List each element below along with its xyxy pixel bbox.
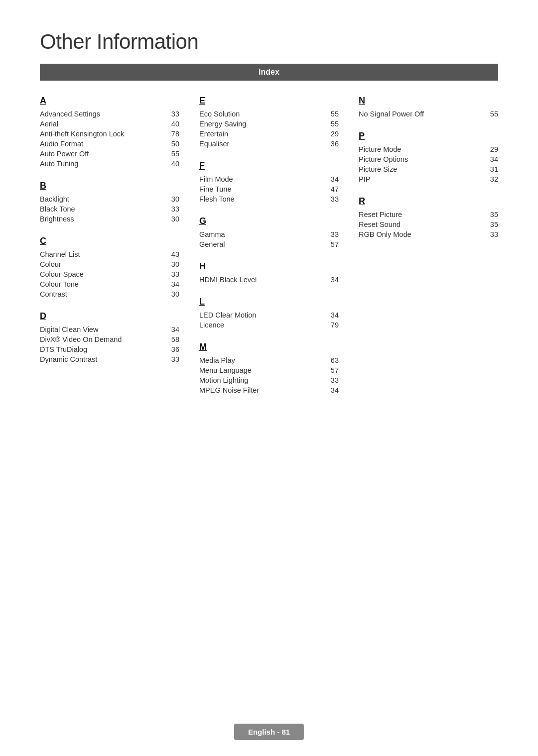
entry-page: 40: [165, 160, 179, 168]
entry-page: 36: [325, 140, 339, 148]
entry-name: Licence: [199, 321, 325, 329]
entry-name: Auto Tuning: [40, 160, 165, 168]
entry-page: 40: [165, 120, 179, 128]
section-M: MMedia Play63Menu Language57Motion Light…: [199, 342, 339, 395]
section-D: DDigital Clean View34DivX® Video On Dema…: [40, 311, 179, 364]
entry-page: 30: [165, 290, 179, 298]
section-G: GGamma33General57: [199, 216, 339, 249]
entry-name: Colour: [40, 260, 165, 268]
entry-name: Picture Options: [359, 155, 484, 163]
entry-page: 34: [165, 325, 179, 333]
entry-page: 34: [325, 311, 339, 319]
index-entry: Picture Mode29: [359, 144, 498, 154]
index-column-0: AAdvanced Settings33Aerial40Anti-theft K…: [40, 96, 179, 407]
entry-name: Motion Lighting: [199, 376, 325, 384]
index-entry: Licence79: [199, 320, 339, 330]
index-entry: Flesh Tone33: [199, 194, 339, 204]
entry-page: 57: [325, 240, 339, 248]
entry-page: 34: [325, 386, 339, 394]
entry-name: DivX® Video On Demand: [40, 335, 165, 343]
entry-name: Colour Space: [40, 270, 165, 278]
section-L: LLED Clear Motion34Licence79: [199, 297, 339, 330]
entry-name: General: [199, 240, 325, 248]
section-letter-A: A: [40, 96, 179, 106]
entry-page: 33: [325, 195, 339, 203]
entry-name: Fine Tune: [199, 185, 325, 193]
index-grid: AAdvanced Settings33Aerial40Anti-theft K…: [40, 96, 498, 407]
entry-page: 35: [484, 211, 498, 218]
section-letter-F: F: [199, 161, 339, 171]
index-entry: DTS TruDialog36: [40, 344, 179, 354]
entry-name: RGB Only Mode: [359, 230, 484, 238]
entry-page: 31: [484, 165, 498, 173]
section-letter-P: P: [359, 131, 498, 141]
entry-name: Brightness: [40, 215, 165, 223]
entry-page: 55: [165, 150, 179, 158]
entry-page: 34: [165, 280, 179, 288]
page-container: Other Information Index AAdvanced Settin…: [0, 0, 538, 457]
footer: English - 81: [234, 728, 304, 736]
index-entry: Channel List43: [40, 249, 179, 259]
section-letter-B: B: [40, 181, 179, 191]
entry-page: 58: [165, 335, 179, 343]
section-letter-N: N: [359, 96, 498, 106]
entry-page: 33: [165, 110, 179, 118]
entry-name: Aerial: [40, 120, 165, 128]
entry-name: Colour Tone: [40, 280, 165, 288]
index-entry: Black Tone33: [40, 204, 179, 214]
index-entry: Colour30: [40, 259, 179, 269]
entry-page: 57: [325, 366, 339, 374]
entry-name: Picture Mode: [359, 145, 484, 153]
index-entry: DivX® Video On Demand58: [40, 334, 179, 344]
section-R: RReset Picture35Reset Sound35RGB Only Mo…: [359, 196, 498, 239]
index-entry: Film Mode34: [199, 174, 339, 184]
entry-page: 29: [484, 145, 498, 153]
entry-name: Backlight: [40, 195, 165, 203]
entry-name: Advanced Settings: [40, 110, 165, 118]
entry-page: 34: [484, 155, 498, 163]
section-N: NNo Signal Power Off55: [359, 96, 498, 119]
entry-name: Energy Saving: [199, 120, 325, 128]
index-column-2: NNo Signal Power Off55PPicture Mode29Pic…: [359, 96, 498, 407]
index-entry: Auto Power Off55: [40, 149, 179, 159]
index-entry: Advanced Settings33: [40, 109, 179, 119]
index-entry: Digital Clean View34: [40, 324, 179, 334]
index-entry: Colour Space33: [40, 269, 179, 279]
section-P: PPicture Mode29Picture Options34Picture …: [359, 131, 498, 184]
index-entry: Picture Options34: [359, 154, 498, 164]
index-entry: PIP32: [359, 174, 498, 184]
page-title: Other Information: [40, 30, 498, 54]
index-entry: Eco Solution55: [199, 109, 339, 119]
entry-page: 30: [165, 195, 179, 203]
entry-name: No Signal Power Off: [359, 110, 484, 118]
entry-name: Media Play: [199, 356, 325, 364]
index-entry: Equaliser36: [199, 139, 339, 149]
entry-page: 36: [165, 345, 179, 353]
entry-page: 43: [165, 250, 179, 258]
index-entry: Aerial40: [40, 119, 179, 129]
index-entry: Dynamic Contrast33: [40, 354, 179, 364]
index-entry: Energy Saving55: [199, 119, 339, 129]
entry-name: Dynamic Contrast: [40, 355, 165, 363]
entry-name: HDMI Black Level: [199, 276, 325, 284]
entry-page: 33: [165, 270, 179, 278]
entry-name: DTS TruDialog: [40, 345, 165, 353]
entry-page: 55: [325, 110, 339, 118]
entry-page: 32: [484, 175, 498, 183]
index-entry: Reset Picture35: [359, 210, 498, 219]
entry-name: Entertain: [199, 130, 325, 138]
section-letter-R: R: [359, 196, 498, 207]
index-entry: Backlight30: [40, 194, 179, 204]
index-entry: RGB Only Mode33: [359, 229, 498, 239]
index-entry: Entertain29: [199, 129, 339, 139]
entry-page: 35: [484, 220, 498, 228]
entry-page: 50: [165, 140, 179, 148]
entry-page: 33: [325, 376, 339, 384]
entry-name: Channel List: [40, 250, 165, 258]
entry-name: Picture Size: [359, 165, 484, 173]
section-letter-L: L: [199, 297, 339, 307]
section-B: BBacklight30Black Tone33Brightness30: [40, 181, 179, 224]
entry-page: 47: [325, 185, 339, 193]
entry-name: PIP: [359, 175, 484, 183]
entry-page: 79: [325, 321, 339, 329]
